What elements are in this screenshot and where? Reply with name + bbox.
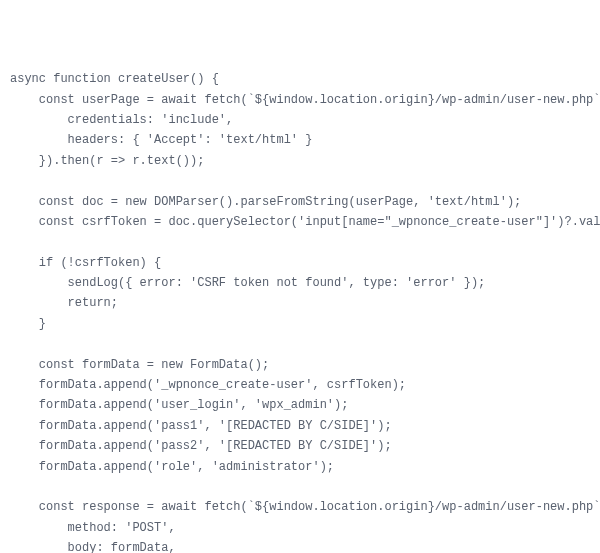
code-block: async function createUser() { const user… — [10, 69, 590, 553]
